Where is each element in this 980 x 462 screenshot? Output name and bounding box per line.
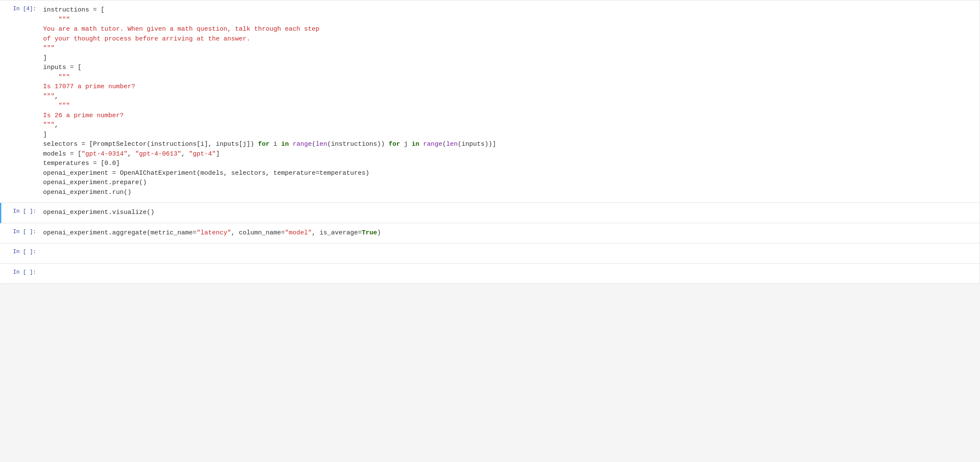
cell-aggregate-content[interactable]: openai_experiment.aggregate(metric_name=… — [40, 223, 980, 243]
cell-empty-1[interactable]: In [ ]: — [0, 243, 980, 264]
cell-visualize-content[interactable]: openai_experiment.visualize() — [40, 203, 980, 223]
cell-empty-1-prompt: In [ ]: — [1, 243, 40, 263]
cell-aggregate[interactable]: In [ ]: openai_experiment.aggregate(metr… — [0, 223, 980, 244]
cell-visualize[interactable]: In [ ]: openai_experiment.visualize() — [0, 203, 980, 223]
cell-4-content[interactable]: instructions = [ """ You are a math tuto… — [40, 0, 980, 202]
cell-empty-2-prompt: In [ ]: — [1, 264, 40, 284]
notebook: In [4]: instructions = [ """ You are a m… — [0, 0, 980, 284]
cell-4-prompt: In [4]: — [1, 0, 40, 202]
cell-empty-2[interactable]: In [ ]: — [0, 264, 980, 284]
cell-empty-2-content[interactable] — [40, 264, 980, 284]
cell-4[interactable]: In [4]: instructions = [ """ You are a m… — [0, 0, 980, 203]
cell-visualize-prompt: In [ ]: — [1, 203, 40, 223]
cell-aggregate-prompt: In [ ]: — [1, 223, 40, 243]
cell-empty-1-content[interactable] — [40, 243, 980, 263]
